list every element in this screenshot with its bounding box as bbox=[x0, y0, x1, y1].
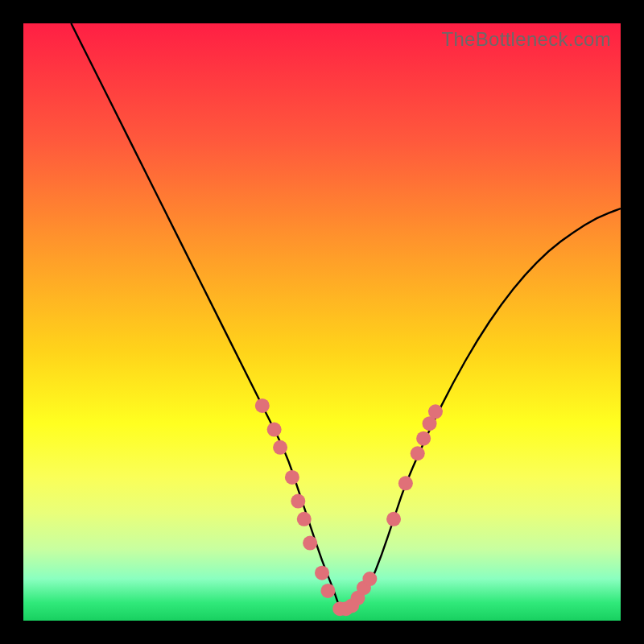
curve-marker bbox=[428, 404, 443, 419]
curve-marker bbox=[285, 470, 299, 485]
chart-plot-area: TheBottleneck.com bbox=[23, 23, 621, 621]
curve-marker bbox=[315, 566, 329, 580]
curve-marker bbox=[320, 584, 335, 598]
chart-frame: TheBottleneck.com bbox=[0, 0, 644, 644]
curve-marker bbox=[303, 536, 317, 551]
curve-marker bbox=[297, 512, 312, 526]
curve-marker bbox=[411, 446, 425, 460]
watermark-text: TheBottleneck.com bbox=[441, 28, 611, 51]
curve-marker bbox=[416, 431, 431, 446]
curve-markers bbox=[23, 23, 621, 621]
curve-marker bbox=[291, 494, 305, 509]
curve-marker bbox=[267, 423, 282, 437]
curve-marker bbox=[398, 476, 413, 490]
curve-marker bbox=[362, 572, 377, 586]
curve-marker bbox=[273, 440, 287, 455]
curve-marker bbox=[255, 398, 270, 413]
curve-marker bbox=[386, 512, 401, 526]
